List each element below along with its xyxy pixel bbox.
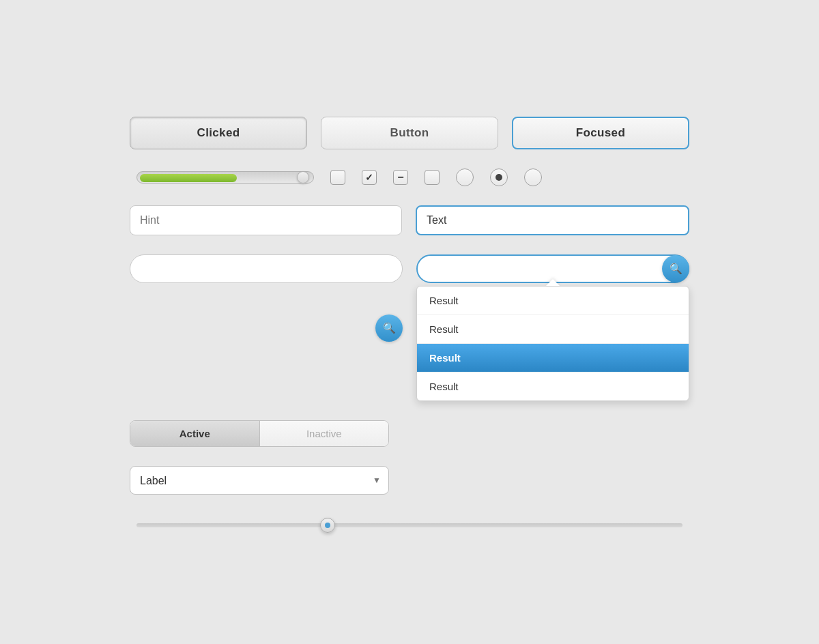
text-fields-row bbox=[130, 205, 689, 235]
text-input[interactable] bbox=[416, 205, 689, 235]
result-item-4[interactable]: Result bbox=[417, 372, 689, 400]
progress-slider[interactable] bbox=[136, 171, 314, 184]
checkbox-checked[interactable] bbox=[362, 170, 377, 185]
dropdown-wrap: Label Option 1 Option 2 Option 3 ▼ bbox=[130, 466, 389, 495]
buttons-row: Clicked Button Focused bbox=[130, 117, 689, 149]
result-item-1[interactable]: Result bbox=[417, 287, 689, 315]
result-item-3-selected[interactable]: Result bbox=[417, 344, 689, 372]
checkbox-unchecked[interactable] bbox=[330, 170, 345, 185]
clicked-button[interactable]: Clicked bbox=[130, 117, 307, 149]
seg-inactive-button[interactable]: Inactive bbox=[260, 421, 389, 446]
seg-active-button[interactable]: Active bbox=[130, 421, 260, 446]
right-search-col: 🔍 Result Result Result Result bbox=[416, 254, 689, 401]
slider-fill bbox=[140, 174, 237, 182]
search-and-results-row: 🔍 🔍 Result Result Result Result bbox=[130, 254, 689, 401]
search-icon: 🔍 bbox=[383, 322, 396, 334]
search-button-normal[interactable]: 🔍 bbox=[375, 314, 403, 342]
h-slider-thumb bbox=[320, 518, 335, 533]
radio-unchecked-2[interactable] bbox=[524, 169, 542, 186]
h-slider-row bbox=[130, 514, 689, 527]
dropdown-select[interactable]: Label Option 1 Option 2 Option 3 bbox=[130, 466, 389, 495]
right-spacer bbox=[403, 420, 689, 447]
right-spacer-2 bbox=[403, 466, 689, 495]
radio-unchecked[interactable] bbox=[456, 169, 474, 186]
search-normal-wrap: 🔍 bbox=[130, 254, 403, 401]
segmented-control: Active Inactive bbox=[130, 420, 389, 447]
checkbox-unchecked-2[interactable] bbox=[425, 170, 440, 185]
normal-button[interactable]: Button bbox=[321, 117, 498, 149]
ui-kit-container: Clicked Button Focused bbox=[102, 89, 717, 555]
dropdown-caret bbox=[546, 279, 560, 286]
dropdown-row: Label Option 1 Option 2 Option 3 ▼ bbox=[130, 466, 689, 495]
result-item-2[interactable]: Result bbox=[417, 315, 689, 344]
slider-thumb bbox=[297, 171, 309, 184]
search-button-focused[interactable]: 🔍 bbox=[662, 255, 689, 282]
focused-button[interactable]: Focused bbox=[512, 117, 689, 149]
controls-row bbox=[130, 169, 689, 186]
h-slider-track[interactable] bbox=[136, 523, 682, 527]
hint-input[interactable] bbox=[130, 205, 402, 235]
radio-selected[interactable] bbox=[490, 169, 508, 186]
segmented-row: Active Inactive bbox=[130, 420, 689, 447]
checkbox-indeterminate[interactable] bbox=[393, 170, 408, 185]
search-results-dropdown: Result Result Result Result bbox=[416, 286, 689, 401]
search-icon-focused: 🔍 bbox=[670, 263, 682, 275]
search-input-normal[interactable] bbox=[130, 254, 403, 283]
